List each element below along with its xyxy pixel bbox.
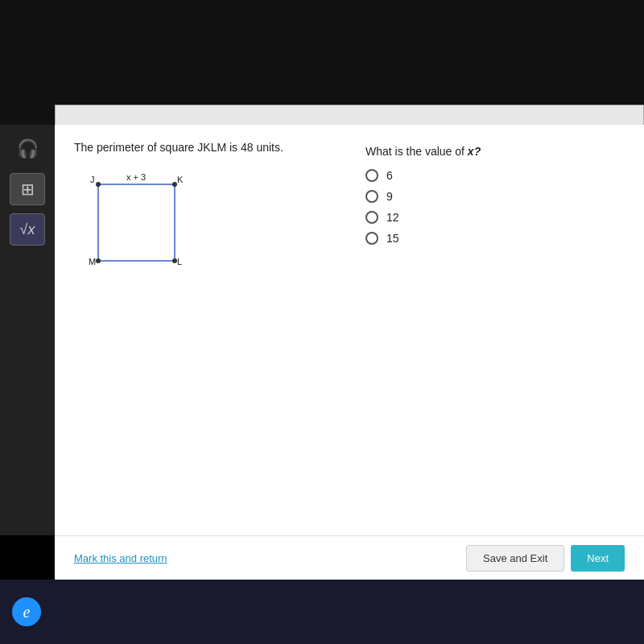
main-content: The perimeter of square JKLM is 48 units… [55, 125, 644, 535]
left-panel: The perimeter of square JKLM is 48 units… [74, 141, 333, 519]
svg-text:K: K [177, 175, 184, 184]
option-label-9: 9 [386, 190, 393, 203]
question-text: What is the value of [365, 145, 464, 158]
formula-icon[interactable]: √x [10, 213, 45, 246]
svg-text:M: M [89, 257, 96, 266]
right-panel: What is the value of x? 6 9 12 [365, 141, 625, 519]
option-label-6: 6 [386, 169, 393, 182]
headphones-icon[interactable]: 🎧 [10, 133, 45, 165]
save-exit-button[interactable]: Save and Exit [466, 545, 564, 572]
problem-statement: The perimeter of square JKLM is 48 units… [74, 141, 333, 154]
option-item-12[interactable]: 12 [365, 211, 625, 224]
svg-point-1 [96, 182, 101, 187]
question-variable: x? [468, 145, 481, 158]
sidebar: 🎧 ⊞ √x [0, 125, 55, 535]
question-area: The perimeter of square JKLM is 48 units… [74, 141, 625, 519]
next-button[interactable]: Next [571, 545, 625, 572]
footer-buttons: Save and Exit Next [466, 545, 625, 572]
option-item-6[interactable]: 6 [365, 169, 625, 182]
svg-rect-0 [98, 184, 175, 261]
square-diagram: J x + 3 K M L [82, 168, 187, 273]
option-radio-9[interactable] [365, 190, 378, 203]
calculator-icon[interactable]: ⊞ [10, 173, 45, 205]
footer-area: Mark this and return Save and Exit Next [55, 535, 644, 580]
option-radio-12[interactable] [365, 211, 378, 224]
option-label-12: 12 [386, 211, 399, 224]
svg-text:J: J [90, 175, 95, 184]
option-label-15: 15 [386, 232, 399, 245]
option-item-15[interactable]: 15 [365, 232, 625, 245]
option-radio-6[interactable] [365, 169, 378, 182]
ie-label: e [23, 603, 31, 621]
svg-text:L: L [177, 257, 182, 266]
option-item-9[interactable]: 9 [365, 190, 625, 203]
svg-text:x + 3: x + 3 [126, 172, 146, 182]
options-list: 6 9 12 15 [365, 169, 625, 245]
ie-browser-icon[interactable]: e [12, 597, 41, 626]
window-chrome [55, 105, 644, 125]
question-label: What is the value of x? [365, 145, 625, 158]
square-svg: J x + 3 K M L [82, 168, 187, 273]
option-radio-15[interactable] [365, 232, 378, 245]
svg-point-3 [96, 258, 101, 263]
mark-return-link[interactable]: Mark this and return [74, 552, 167, 564]
bottom-taskbar: e [0, 580, 644, 644]
